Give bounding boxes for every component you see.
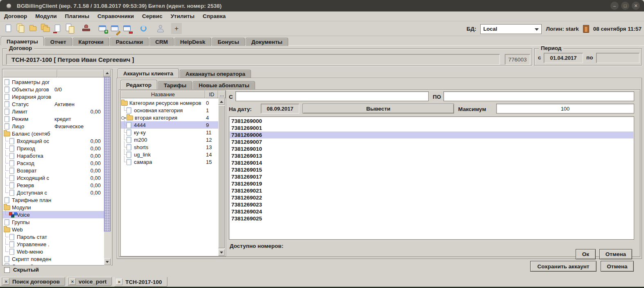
tree-row[interactable]: Возврат0,00 <box>3 167 104 174</box>
ok-button[interactable]: Ок <box>576 249 596 259</box>
tree-row[interactable]: Расход0,00 <box>3 159 104 167</box>
tree-row[interactable]: Пароль стат <box>3 233 104 240</box>
close-tab-icon[interactable]: ✕ <box>69 278 76 285</box>
range-to-input[interactable] <box>443 91 634 101</box>
tree-row[interactable]: Входящий ос0,00 <box>3 137 104 145</box>
tree-row[interactable]: Тарифные план <box>3 196 104 204</box>
tree-row[interactable]: Резерв0,00 <box>3 181 104 189</box>
document-tab-поиск-договоров[interactable]: ✕Поиск договоров <box>1 277 65 286</box>
editor-cancel-button[interactable]: Отмена <box>599 249 632 259</box>
tree-row[interactable]: Иерархия догов <box>3 93 104 100</box>
tab-accounts-operator[interactable]: Акканауты оператора <box>180 70 251 78</box>
number-row[interactable]: 7381269024 <box>230 208 633 215</box>
tree-header-value[interactable] <box>57 70 104 77</box>
tree-row[interactable]: Доступная с0,00 <box>3 189 104 196</box>
tree-row[interactable]: Модули <box>3 204 104 211</box>
categories-scrollbar[interactable] <box>218 98 226 256</box>
maximize-button[interactable]: □ <box>621 2 629 10</box>
tree-row[interactable]: Voice <box>3 211 104 218</box>
show-numbers-button[interactable]: Вывести <box>303 104 454 113</box>
tree-scrollbar-thumb[interactable] <box>104 77 111 231</box>
column-header-name[interactable]: Название <box>121 91 205 98</box>
categories-scrollbar-thumb[interactable] <box>218 105 225 248</box>
logout-door-icon[interactable] <box>583 25 589 33</box>
folders-icon[interactable] <box>39 23 52 34</box>
tree-row[interactable]: Наработка0,00 <box>3 152 104 159</box>
tree-row[interactable]: Исходящий с0,00 <box>3 174 104 181</box>
number-row[interactable]: 7381269013 <box>230 152 633 159</box>
tree-row[interactable]: Параметры дог <box>3 78 104 86</box>
period-from-field[interactable]: 01.04.2017 <box>544 53 583 63</box>
replace-document-icon[interactable] <box>64 23 76 34</box>
db-select[interactable]: Local <box>480 24 542 34</box>
number-row[interactable]: 7381269023 <box>230 201 633 208</box>
menu-item-плагины[interactable]: Плагины <box>61 13 93 19</box>
category-row[interactable]: Категории ресурсов номеров0 <box>121 99 218 107</box>
document-tab-тсн-2017-100[interactable]: ✕ТСН-2017-100 <box>114 277 167 287</box>
user-icon[interactable] <box>154 23 166 34</box>
tree-row[interactable]: ЛицоФизическое <box>3 122 104 130</box>
range-from-input[interactable] <box>235 91 429 101</box>
tree-row[interactable]: СтатусАктивен <box>3 100 104 108</box>
open-folder-icon[interactable] <box>27 23 39 34</box>
tab-документы[interactable]: Документы <box>246 38 288 46</box>
column-header-id[interactable]: ID <box>205 91 218 98</box>
number-row[interactable]: 7381269021 <box>230 187 633 194</box>
tree-row[interactable]: Доп. действия <box>3 263 104 265</box>
scroll-down-icon[interactable] <box>218 249 225 256</box>
tab-рассылки[interactable]: Рассылки <box>110 38 149 46</box>
number-row[interactable]: 7381269017 <box>230 173 633 180</box>
remove-document-icon[interactable] <box>52 23 64 34</box>
category-row[interactable]: ug_link14 <box>121 151 218 158</box>
menu-item-договор[interactable]: Договор <box>0 13 31 19</box>
tree-row[interactable]: Баланс (сентяб <box>3 130 104 137</box>
close-tab-icon[interactable]: ✕ <box>116 279 122 285</box>
tree-row[interactable]: Скрипт поведен <box>3 255 104 263</box>
on-date-field[interactable]: 08.09.2017 <box>261 104 299 113</box>
number-row[interactable]: 7381269019 <box>230 180 633 187</box>
number-row[interactable]: 7381269007 <box>230 138 633 145</box>
menu-item-справочники[interactable]: Справочники <box>93 13 138 19</box>
close-tab-icon[interactable]: ✕ <box>3 278 9 285</box>
stamp-icon[interactable] <box>80 23 93 34</box>
subtab-новые абонплаты[interactable]: Новые абонплаты <box>193 81 255 89</box>
tab-отчет[interactable]: Отчет <box>45 38 72 46</box>
category-row[interactable]: самара15 <box>121 158 218 166</box>
edit-window-icon[interactable] <box>109 23 121 34</box>
close-button[interactable]: ✕ <box>632 2 640 10</box>
menu-item-сервис[interactable]: Сервис <box>138 13 167 19</box>
number-row[interactable]: 7381269010 <box>230 145 633 152</box>
tab-параметры[interactable]: Параметры <box>1 36 44 46</box>
account-cancel-button[interactable]: Отмена <box>601 261 634 272</box>
add-window-icon[interactable]: + <box>97 23 109 34</box>
category-row[interactable]: 44449 <box>121 121 218 129</box>
category-row[interactable]: основная категория1 <box>121 107 218 114</box>
menu-item-утилиты[interactable]: Утилиты <box>167 13 199 19</box>
tree-row[interactable]: Режимкредит <box>3 115 104 122</box>
column-options-button[interactable]: ... <box>218 91 226 98</box>
number-row[interactable]: 7381269015 <box>230 166 633 173</box>
tree-row[interactable]: Web-меню <box>3 248 104 255</box>
tree-row[interactable]: Лимит0,00 <box>3 108 104 115</box>
tree-row[interactable]: Группы <box>3 218 104 226</box>
tree-row[interactable]: Web <box>3 226 104 233</box>
category-row[interactable]: m20012 <box>121 136 218 143</box>
document-tab-voice_port[interactable]: ✕voice_port <box>67 277 112 286</box>
hidden-checkbox[interactable] <box>4 267 10 273</box>
category-row[interactable]: shorts13 <box>121 143 218 151</box>
scroll-down-icon[interactable] <box>104 259 111 265</box>
number-row[interactable]: 7381269025 <box>230 215 633 222</box>
tree-row[interactable]: Приход0,00 <box>3 145 104 152</box>
tab-бонусы[interactable]: Бонусы <box>212 38 245 46</box>
period-to-field[interactable] <box>596 53 639 63</box>
menu-item-справка[interactable]: Справка <box>199 13 230 19</box>
number-row[interactable]: 7381269000 <box>230 118 633 125</box>
number-row[interactable]: 7381269014 <box>230 159 633 166</box>
category-row[interactable]: вторая категория4 <box>121 114 218 121</box>
number-row[interactable]: 7381269006 <box>230 132 633 138</box>
tab-accounts-client[interactable]: Аккаунты клиента <box>118 68 179 78</box>
new-document-icon[interactable] <box>2 23 15 34</box>
number-row[interactable]: 7381269001 <box>230 125 633 132</box>
subtab-редактор[interactable]: Редактор <box>120 80 157 89</box>
tree-scrollbar[interactable] <box>104 70 111 265</box>
